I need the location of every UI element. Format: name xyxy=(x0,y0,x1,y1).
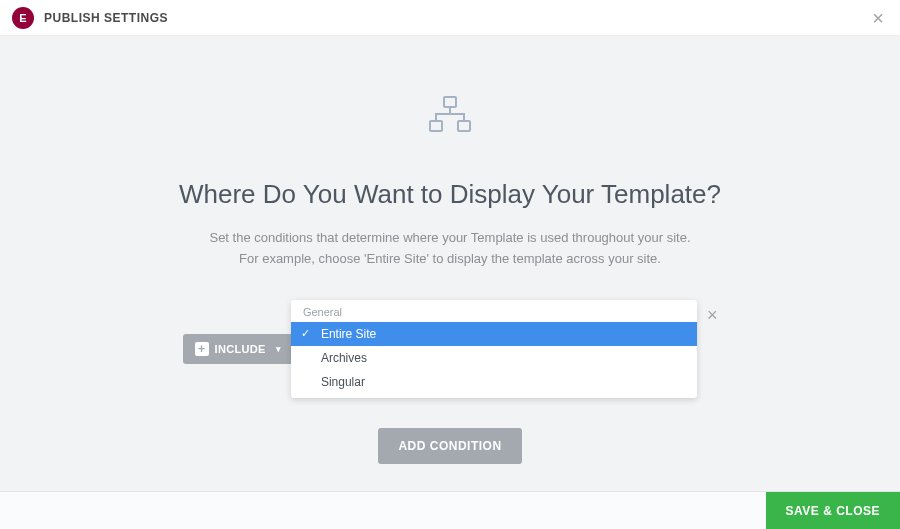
dropdown-item-archives[interactable]: Archives xyxy=(291,346,697,370)
svg-rect-0 xyxy=(444,97,456,107)
plus-icon: + xyxy=(195,342,209,356)
main-heading: Where Do You Want to Display Your Templa… xyxy=(0,179,900,210)
save-and-close-button[interactable]: SAVE & CLOSE xyxy=(766,492,900,529)
dropdown-group-label: General xyxy=(291,300,697,322)
description-line-1: Set the conditions that determine where … xyxy=(209,230,690,245)
description-line-2: For example, choose 'Entire Site' to dis… xyxy=(239,251,661,266)
remove-condition-icon[interactable]: × xyxy=(707,305,718,326)
scope-dropdown-panel: General Entire Site Archives Singular xyxy=(291,300,697,398)
chevron-down-icon: ▾ xyxy=(276,344,281,354)
modal-footer: SAVE & CLOSE xyxy=(0,491,900,529)
condition-row: + INCLUDE ▾ General Entire Site Archives… xyxy=(0,300,900,398)
close-icon[interactable]: × xyxy=(868,4,888,32)
svg-rect-1 xyxy=(430,121,442,131)
svg-rect-2 xyxy=(458,121,470,131)
modal-header: E PUBLISH SETTINGS × xyxy=(0,0,900,36)
dropdown-item-singular[interactable]: Singular xyxy=(291,370,697,394)
include-label: INCLUDE xyxy=(215,343,266,355)
sitemap-icon xyxy=(0,96,900,134)
include-dropdown-button[interactable]: + INCLUDE ▾ xyxy=(183,334,291,364)
dropdown-item-entire-site[interactable]: Entire Site xyxy=(291,322,697,346)
logo-icon: E xyxy=(12,7,34,29)
add-condition-button[interactable]: ADD CONDITION xyxy=(378,428,521,464)
description-text: Set the conditions that determine where … xyxy=(0,228,900,270)
logo-text: E xyxy=(19,12,26,24)
modal-body: Where Do You Want to Display Your Templa… xyxy=(0,36,900,491)
header-title: PUBLISH SETTINGS xyxy=(44,11,168,25)
